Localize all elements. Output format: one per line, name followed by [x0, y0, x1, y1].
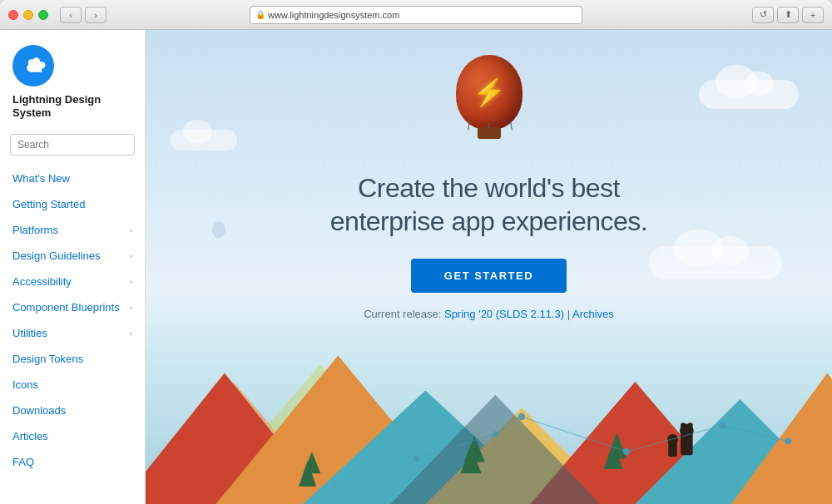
nav-link-downloads[interactable]: Downloads: [0, 398, 145, 423]
browser-window: ‹ › 🔒 www.lightningdesignsystem.com ↺ ⬆ …: [0, 0, 832, 504]
nav-link-getting-started[interactable]: Getting Started: [0, 191, 145, 217]
nav-item-utilities: Utilities ›: [0, 320, 145, 346]
salesforce-cloud-icon: [20, 57, 47, 75]
reload-button[interactable]: ↺: [752, 7, 774, 23]
chevron-right-icon: ›: [130, 252, 132, 260]
balloon-body: ⚡: [456, 55, 522, 130]
search-input[interactable]: [10, 134, 135, 156]
address-bar[interactable]: 🔒 www.lightningdesignsystem.com: [250, 6, 582, 24]
maximize-window-button[interactable]: [38, 10, 48, 20]
nav-item-component-blueprints: Component Blueprints ›: [0, 294, 145, 320]
balloon-basket: [478, 127, 501, 139]
nav-link-platforms[interactable]: Platforms ›: [0, 217, 145, 243]
nav-link-accessibility[interactable]: Accessibility ›: [0, 269, 145, 294]
release-info: Current release: Spring '20 (SLDS 2.11.3…: [364, 308, 614, 320]
nav-link-design-tokens[interactable]: Design Tokens: [0, 346, 145, 372]
nav-link-utilities[interactable]: Utilities ›: [0, 320, 145, 346]
nav-item-downloads: Downloads: [0, 398, 145, 423]
nav-link-design-guidelines[interactable]: Design Guidelines ›: [0, 243, 145, 269]
nav-link-whats-new[interactable]: What's New: [0, 166, 145, 191]
forward-button[interactable]: ›: [85, 7, 106, 23]
release-link[interactable]: Spring '20 (SLDS 2.11.3): [444, 308, 564, 320]
app-layout: Lightning Design System What's New Getti…: [0, 30, 832, 504]
sidebar: Lightning Design System What's New Getti…: [0, 30, 146, 504]
new-tab-button[interactable]: +: [802, 7, 824, 23]
share-button[interactable]: ⬆: [777, 7, 799, 23]
lock-icon: 🔒: [255, 10, 265, 19]
chevron-right-icon: ›: [130, 226, 132, 235]
sidebar-nav: What's New Getting Started Platforms ›: [0, 166, 145, 475]
chevron-right-icon: ›: [130, 304, 132, 312]
browser-nav-buttons: ‹ ›: [60, 7, 106, 23]
nav-link-articles[interactable]: Articles: [0, 423, 145, 449]
browser-action-buttons: ↺ ⬆ +: [752, 7, 824, 23]
main-content: ⚡ Create the world's best enterprise app…: [146, 30, 832, 504]
nav-item-articles: Articles: [0, 423, 145, 449]
nav-item-accessibility: Accessibility ›: [0, 269, 145, 294]
archives-link[interactable]: Archives: [572, 308, 614, 320]
browser-titlebar: ‹ › 🔒 www.lightningdesignsystem.com ↺ ⬆ …: [0, 0, 832, 30]
back-button[interactable]: ‹: [60, 7, 82, 23]
nav-link-faq[interactable]: FAQ: [0, 449, 145, 475]
nav-item-getting-started: Getting Started: [0, 191, 145, 217]
chevron-right-icon: ›: [130, 278, 132, 286]
get-started-button[interactable]: GET STARTED: [411, 259, 567, 293]
nav-item-icons: Icons: [0, 372, 145, 398]
nav-item-platforms: Platforms ›: [0, 217, 145, 243]
sidebar-title: Lightning Design System: [12, 93, 132, 119]
nav-link-component-blueprints[interactable]: Component Blueprints ›: [0, 294, 145, 320]
minimize-window-button[interactable]: [23, 10, 33, 20]
nav-item-design-tokens: Design Tokens: [0, 346, 145, 372]
nav-item-design-guidelines: Design Guidelines ›: [0, 243, 145, 269]
balloon-illustration: ⚡: [448, 55, 531, 155]
lightning-icon: ⚡: [473, 77, 506, 108]
nav-item-whats-new: What's New: [0, 166, 145, 191]
close-window-button[interactable]: [8, 10, 18, 20]
sidebar-logo-area: Lightning Design System: [0, 30, 145, 127]
url-text: www.lightningdesignsystem.com: [268, 10, 399, 20]
search-container: [0, 127, 145, 166]
salesforce-logo: [12, 45, 54, 86]
hero-headline: Create the world's best enterprise app e…: [330, 171, 647, 238]
nav-link-icons[interactable]: Icons: [0, 372, 145, 398]
chevron-right-icon: ›: [130, 329, 132, 338]
nav-item-faq: FAQ: [0, 449, 145, 475]
hero-section: ⚡ Create the world's best enterprise app…: [146, 30, 832, 504]
